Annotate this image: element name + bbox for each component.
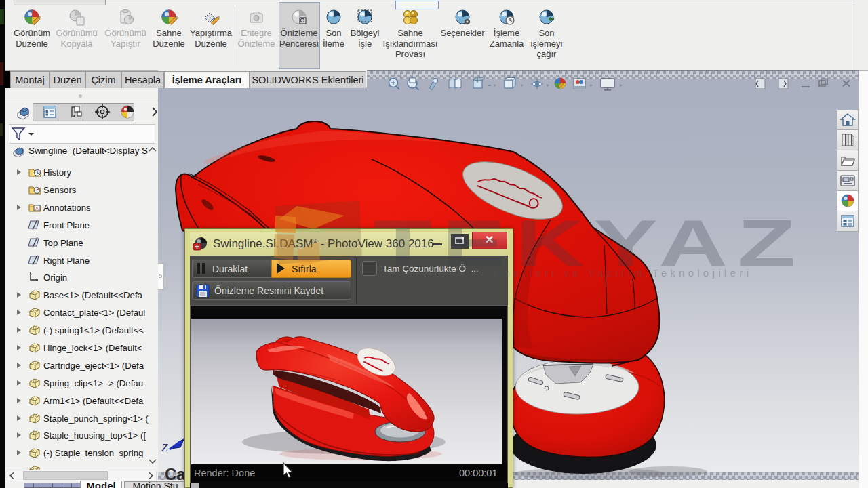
svg-text:A: A (35, 206, 39, 211)
svg-text:Z: Z (161, 441, 168, 454)
